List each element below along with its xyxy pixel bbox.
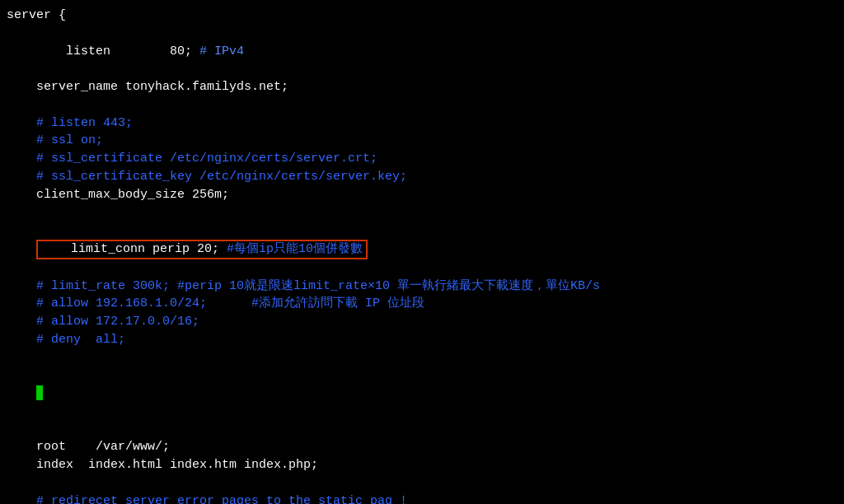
code-line-20: index index.html index.htm index.php;: [0, 456, 844, 474]
code-line-9: client_max_body_size 256m;: [0, 186, 844, 204]
code-line-17: [0, 366, 844, 420]
code-line-16: [0, 349, 844, 367]
code-line-5: # listen 443;: [0, 114, 844, 133]
code-editor: server { listen 80; # IPv4 server_name t…: [0, 0, 844, 504]
code-line-19: root /var/www/;: [0, 438, 844, 456]
code-line-22: # redirecet server error pages to the st…: [0, 492, 844, 505]
code-line-18: [0, 421, 844, 439]
code-line-11: limit_conn perip 20; #每個ip只能10個併發數: [0, 222, 844, 278]
code-line-15: # deny all;: [0, 331, 844, 349]
code-line-8: # ssl_certificate_key /etc/nginx/certs/s…: [0, 168, 844, 186]
code-line-13: # allow 192.168.1.0/24; #添加允許訪問下載 IP 位址段: [0, 295, 844, 313]
code-line-21: [0, 474, 844, 492]
code-line-6: # ssl on;: [0, 132, 844, 150]
code-line-12: # limit_rate 300k; #perip 10就是限速limit_ra…: [0, 278, 844, 296]
code-line-10: [0, 203, 844, 222]
code-line-1: server {: [0, 7, 844, 25]
code-line-14: # allow 172.17.0.0/16;: [0, 313, 844, 331]
code-line-7: # ssl_certificate /etc/nginx/certs/serve…: [0, 150, 844, 168]
code-line-2: listen 80; # IPv4: [0, 25, 844, 78]
green-marker: [36, 385, 43, 400]
code-line-4: [0, 96, 844, 114]
code-line-3: server_name tonyhack.familyds.net;: [0, 78, 844, 96]
